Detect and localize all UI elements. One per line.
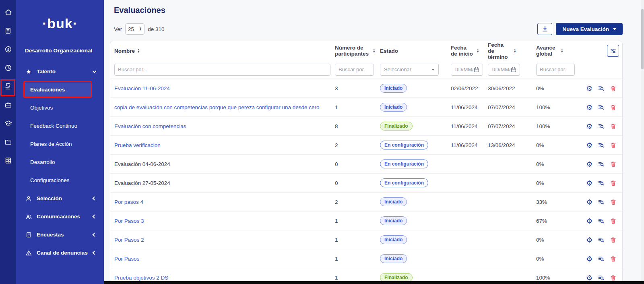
- table-row: Prueba verificacion 2 En configuración 1…: [110, 135, 622, 154]
- sort-icon[interactable]: ▲▼: [561, 48, 563, 53]
- archive-icon[interactable]: [4, 156, 12, 164]
- evaluation-name[interactable]: Por pasos 4: [114, 199, 143, 205]
- sort-icon[interactable]: ▲▼: [137, 48, 140, 53]
- detail-view-icon[interactable]: [598, 218, 605, 224]
- table-row: Evaluación con competencias 8 Finalizado…: [110, 116, 622, 135]
- clipboard-icon[interactable]: [4, 27, 12, 35]
- new-evaluation-button[interactable]: Nueva Evaluación: [556, 23, 623, 35]
- end-date-input[interactable]: [491, 66, 510, 73]
- name-filter-input[interactable]: [114, 64, 330, 76]
- detail-view-icon[interactable]: [598, 255, 605, 262]
- warning-icon: [25, 250, 32, 256]
- ver-label: Ver: [114, 26, 122, 32]
- settings-gear-icon[interactable]: ⚙: [586, 104, 592, 111]
- evaluation-name[interactable]: Evaluación 27-05-2024: [114, 180, 170, 186]
- sort-icon[interactable]: ▲▼: [373, 48, 375, 53]
- detail-view-icon[interactable]: [598, 104, 605, 111]
- evaluation-name[interactable]: Prueba verificacion: [114, 142, 161, 148]
- status-filter-select[interactable]: Seleccionar: [380, 64, 439, 76]
- delete-icon[interactable]: [610, 274, 617, 281]
- participants-filter-input[interactable]: [335, 64, 374, 76]
- participants-cell: 1: [335, 104, 380, 110]
- delete-icon[interactable]: [610, 123, 617, 130]
- home-icon[interactable]: [4, 8, 12, 16]
- sort-icon[interactable]: ▲▼: [514, 48, 516, 53]
- briefcase-icon[interactable]: [4, 101, 12, 109]
- calendar-icon[interactable]: [510, 66, 517, 73]
- column-header-participantes: Número de participantes ▲▼: [335, 45, 380, 57]
- folder-icon[interactable]: [4, 138, 12, 146]
- education-icon[interactable]: [4, 119, 12, 127]
- delete-icon[interactable]: [610, 142, 617, 149]
- settings-gear-icon[interactable]: ⚙: [586, 274, 592, 281]
- page-size-select[interactable]: 25 ▲▼: [125, 23, 144, 35]
- settings-gear-icon[interactable]: ⚙: [586, 180, 592, 187]
- actions-cell: ⚙: [581, 104, 620, 111]
- detail-view-icon[interactable]: [598, 274, 605, 281]
- table-filter-row: Seleccionar: [110, 60, 622, 79]
- detail-view-icon[interactable]: [598, 85, 605, 92]
- scrollbar-thumb[interactable]: [641, 9, 644, 69]
- detail-view-icon[interactable]: [598, 180, 605, 187]
- sort-icon[interactable]: ▲▼: [477, 48, 479, 53]
- table-row: Por pasos 4 2 Iniciado 33% ⚙: [110, 192, 622, 211]
- calendar-icon[interactable]: [473, 66, 480, 73]
- detail-view-icon[interactable]: [598, 199, 605, 205]
- evaluation-name[interactable]: Prueba objetivos 2 DS: [114, 275, 168, 281]
- settings-gear-icon[interactable]: ⚙: [586, 218, 592, 224]
- detail-view-icon[interactable]: [598, 142, 605, 149]
- chevron-left-icon: [93, 251, 97, 255]
- detail-view-icon[interactable]: [598, 161, 605, 168]
- delete-icon[interactable]: [610, 218, 617, 224]
- download-button[interactable]: [537, 23, 552, 35]
- start-date-cell: 11/06/2024: [451, 104, 488, 110]
- evaluation-name[interactable]: Evaluación 11-06-2024: [114, 85, 170, 91]
- sidebar-item-planes-de-accion[interactable]: Planes de Acción: [16, 135, 104, 153]
- delete-icon[interactable]: [610, 255, 617, 262]
- clock-icon[interactable]: [4, 64, 12, 72]
- status-badge: Iniciado: [380, 254, 407, 263]
- delete-icon[interactable]: [610, 104, 617, 111]
- progress-cell: 100%: [536, 123, 581, 129]
- sidebar-item-talento[interactable]: ★ Talento: [16, 62, 104, 81]
- settings-gear-icon[interactable]: ⚙: [586, 236, 592, 243]
- sidebar-item-evaluaciones[interactable]: Evaluaciones: [16, 81, 104, 99]
- settings-gear-icon[interactable]: ⚙: [586, 255, 592, 262]
- evaluation-name[interactable]: copia de evaluación con competencias por…: [114, 104, 320, 110]
- evaluation-name[interactable]: Por Pasos 2: [114, 237, 144, 243]
- sidebar-item-seleccion[interactable]: Selección: [16, 189, 104, 207]
- sidebar-item-objetivos[interactable]: Objetivos: [16, 99, 104, 117]
- delete-icon[interactable]: [610, 236, 617, 243]
- evaluation-name[interactable]: Evaluación 04-06-2024: [114, 161, 170, 167]
- evaluation-name[interactable]: Por Pasos 3: [114, 218, 144, 224]
- talent-icon[interactable]: [4, 82, 12, 90]
- delete-icon[interactable]: [610, 161, 617, 168]
- sidebar-item-comunicaciones[interactable]: Comunicaciones: [16, 207, 104, 226]
- column-settings-button[interactable]: [607, 45, 619, 57]
- actions-cell: ⚙: [581, 180, 620, 187]
- progress-filter-input[interactable]: [536, 64, 575, 76]
- progress-cell: 0%: [536, 237, 581, 243]
- actions-cell: ⚙: [581, 85, 620, 92]
- settings-gear-icon[interactable]: ⚙: [586, 199, 592, 205]
- scrollbar[interactable]: [641, 0, 644, 284]
- payments-icon[interactable]: $: [4, 45, 12, 53]
- delete-icon[interactable]: [610, 180, 617, 187]
- sidebar-item-desarrollo[interactable]: Desarrollo: [16, 153, 104, 171]
- chevron-left-icon: [93, 233, 97, 237]
- sidebar-item-encuestas[interactable]: Encuestas: [16, 226, 104, 244]
- evaluation-name[interactable]: Evaluación con competencias: [114, 123, 186, 129]
- delete-icon[interactable]: [610, 199, 617, 205]
- sidebar-item-canal-de-denuncias[interactable]: Canal de denuncias: [16, 244, 104, 262]
- delete-icon[interactable]: [610, 85, 617, 92]
- settings-gear-icon[interactable]: ⚙: [586, 85, 592, 92]
- sidebar-item-feedback-continuo[interactable]: Feedback Continuo: [16, 117, 104, 135]
- settings-gear-icon[interactable]: ⚙: [586, 123, 592, 130]
- settings-gear-icon[interactable]: ⚙: [586, 161, 592, 168]
- detail-view-icon[interactable]: [598, 236, 605, 243]
- detail-view-icon[interactable]: [598, 123, 605, 130]
- settings-gear-icon[interactable]: ⚙: [586, 142, 592, 149]
- evaluation-name[interactable]: Por Pasos: [114, 256, 139, 262]
- start-date-input[interactable]: [454, 66, 473, 73]
- sidebar-item-configuraciones[interactable]: Configuraciones: [16, 171, 104, 189]
